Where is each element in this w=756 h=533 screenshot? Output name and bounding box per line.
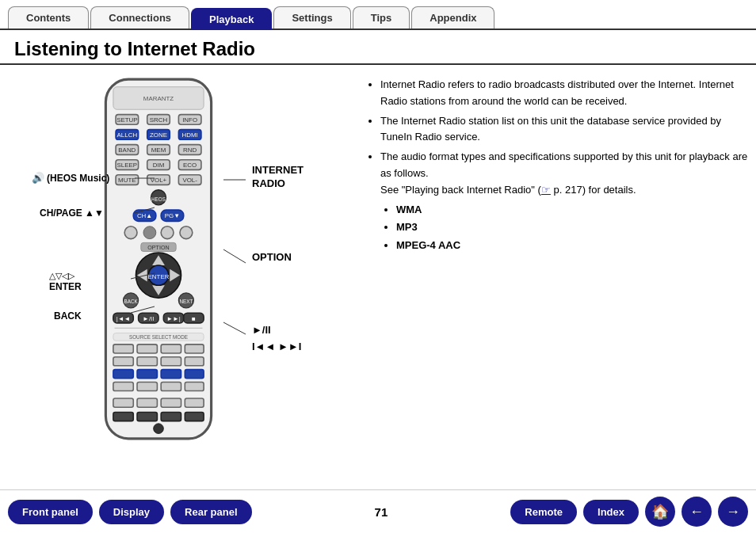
svg-rect-74: [185, 357, 204, 366]
svg-text:ZONE: ZONE: [150, 131, 167, 139]
svg-text:►►|: ►►|: [166, 315, 181, 322]
forward-nav-button[interactable]: →: [718, 497, 748, 527]
svg-point-41: [161, 227, 174, 239]
format-list: WMA MP3 MPEG-4 AAC: [380, 202, 748, 254]
home-button[interactable]: 🏠: [645, 497, 675, 527]
top-navigation: Contents Connections Playback Settings T…: [0, 6, 756, 30]
bullet-1: Internet Radio refers to radio broadcast…: [380, 77, 748, 110]
heos-icon: 🔊: [32, 172, 44, 184]
svg-rect-90: [185, 413, 204, 421]
main-content: MARANTZ SETUP SRCH INFO ALLCH ZONE HDMI: [0, 65, 756, 469]
svg-rect-87: [113, 413, 133, 421]
svg-point-42: [180, 227, 193, 239]
index-button[interactable]: Index: [583, 500, 639, 524]
tab-tips[interactable]: Tips: [353, 6, 410, 29]
bottom-navigation: Front panel Display Rear panel 71 Remote…: [0, 489, 756, 533]
tab-settings[interactable]: Settings: [273, 6, 350, 29]
svg-rect-68: [137, 345, 157, 353]
remote-image: MARANTZ SETUP SRCH INFO ALLCH ZONE HDMI: [95, 77, 222, 441]
svg-line-97: [223, 249, 246, 263]
remote-diagram-section: MARANTZ SETUP SRCH INFO ALLCH ZONE HDMI: [8, 73, 357, 465]
svg-text:BAND: BAND: [118, 147, 136, 154]
svg-text:PG▼: PG▼: [165, 212, 180, 219]
bullet-list: Internet Radio refers to radio broadcast…: [365, 77, 748, 254]
back-nav-button[interactable]: ←: [682, 497, 712, 527]
svg-text:VOL+: VOL+: [151, 177, 167, 184]
svg-text:HDMI: HDMI: [182, 131, 198, 139]
svg-rect-85: [161, 398, 181, 407]
svg-rect-81: [161, 382, 181, 390]
svg-rect-72: [137, 357, 157, 366]
tab-connections[interactable]: Connections: [90, 6, 189, 29]
bullet-2: The Internet Radio station list on this …: [380, 113, 748, 147]
format-wma: WMA: [396, 202, 748, 219]
svg-point-91: [154, 424, 164, 434]
svg-rect-69: [161, 345, 181, 353]
svg-text:CH▲: CH▲: [137, 212, 152, 219]
svg-rect-82: [185, 382, 204, 390]
tab-appendix[interactable]: Appendix: [411, 6, 494, 29]
bottom-right-buttons: Remote Index 🏠 ← →: [510, 497, 748, 527]
page-number: 71: [375, 505, 388, 519]
bullet-3: The audio format types and specification…: [380, 149, 748, 254]
remote-area: MARANTZ SETUP SRCH INFO ALLCH ZONE HDMI: [32, 77, 333, 465]
display-button[interactable]: Display: [99, 500, 164, 524]
svg-rect-80: [137, 382, 157, 390]
label-ch-page: CH/PAGE ▲▼: [40, 207, 104, 219]
tab-playback[interactable]: Playback: [191, 8, 272, 30]
info-section: Internet Radio refers to radio broadcast…: [357, 73, 748, 465]
svg-text:SRCH: SRCH: [150, 116, 168, 124]
label-option: OPTION: [252, 251, 292, 263]
tab-contents[interactable]: Contents: [8, 6, 89, 29]
svg-text:►/II: ►/II: [143, 315, 154, 322]
svg-text:|◄◄: |◄◄: [116, 315, 131, 322]
rear-panel-button[interactable]: Rear panel: [170, 500, 251, 524]
svg-text:HEOS: HEOS: [151, 196, 166, 202]
svg-rect-75: [113, 370, 133, 379]
svg-text:SOURCE SELECT MODE: SOURCE SELECT MODE: [129, 334, 188, 340]
svg-rect-76: [137, 370, 157, 379]
page-title: Listening to Internet Radio: [0, 30, 756, 65]
svg-text:■: ■: [192, 315, 196, 322]
svg-text:VOL-: VOL-: [182, 177, 197, 184]
svg-rect-79: [113, 382, 133, 390]
svg-rect-83: [113, 398, 133, 407]
svg-text:BACK: BACK: [124, 299, 138, 304]
svg-rect-88: [137, 413, 157, 421]
format-mp3: MP3: [396, 219, 748, 236]
svg-text:MARANTZ: MARANTZ: [143, 95, 174, 102]
svg-rect-71: [113, 357, 133, 366]
label-playback-controls: ►/II I◄◄ ►►I: [252, 322, 301, 356]
svg-text:RND: RND: [183, 147, 197, 154]
svg-text:SLEEP: SLEEP: [117, 162, 138, 169]
svg-text:MEM: MEM: [151, 147, 166, 154]
label-heos-music: 🔊 (HEOS Music): [32, 172, 109, 184]
format-mpeg4aac: MPEG-4 AAC: [396, 238, 748, 254]
svg-text:ALLCH: ALLCH: [117, 131, 138, 139]
remote-button[interactable]: Remote: [510, 500, 577, 524]
svg-rect-78: [185, 370, 204, 379]
svg-text:SETUP: SETUP: [116, 116, 137, 124]
svg-rect-77: [161, 370, 181, 379]
svg-rect-89: [161, 413, 181, 421]
svg-rect-86: [185, 398, 204, 407]
note-link[interactable]: ☞: [541, 184, 551, 196]
svg-text:ECO: ECO: [183, 162, 197, 169]
label-internet-radio: INTERNET RADIO: [252, 164, 304, 191]
svg-text:NEXT: NEXT: [179, 299, 193, 304]
front-panel-button[interactable]: Front panel: [8, 500, 93, 524]
label-enter: △▽◁▷ ENTER: [49, 271, 82, 292]
svg-rect-73: [161, 357, 181, 366]
svg-rect-84: [137, 398, 157, 407]
svg-rect-67: [113, 345, 133, 353]
svg-point-40: [143, 227, 156, 239]
bottom-left-buttons: Front panel Display Rear panel: [8, 500, 252, 524]
svg-point-39: [124, 227, 137, 239]
svg-line-98: [223, 322, 246, 334]
svg-text:OPTION: OPTION: [147, 245, 169, 251]
svg-text:INFO: INFO: [182, 116, 197, 124]
svg-rect-70: [185, 345, 204, 353]
svg-text:MUTE: MUTE: [118, 177, 136, 184]
svg-text:ENTER: ENTER: [148, 273, 170, 280]
label-back: BACK: [54, 310, 82, 322]
